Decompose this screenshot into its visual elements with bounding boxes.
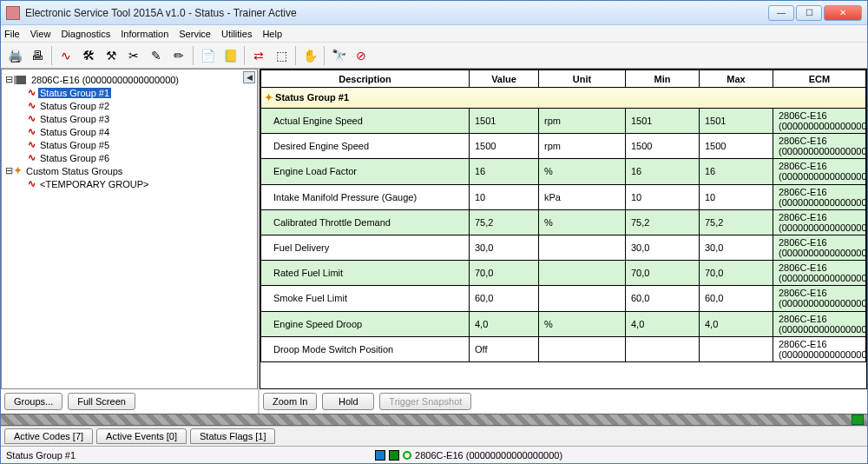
menu-help[interactable]: Help bbox=[262, 29, 282, 39]
zoomin-button[interactable]: Zoom In bbox=[263, 393, 317, 410]
titlebar: Electronic Service Tool 2015A v1.0 - Sta… bbox=[1, 1, 867, 25]
tree-temp[interactable]: ∿ <TEMPORARY GROUP> bbox=[3, 177, 255, 190]
table-row[interactable]: Fuel Delivery30,030,030,02806C-E16(00000… bbox=[261, 235, 866, 260]
tree-status-group[interactable]: ∿Status Group #1 bbox=[3, 86, 255, 99]
cell-value: 1501 bbox=[470, 109, 539, 134]
tree-item-label: Status Group #2 bbox=[38, 101, 111, 111]
table-row[interactable]: Intake Manifold Pressure (Gauge)10kPa101… bbox=[261, 184, 866, 209]
tree-item-label: Status Group #4 bbox=[38, 127, 111, 137]
fullscreen-button[interactable]: Full Screen bbox=[68, 393, 135, 410]
collapse-arrow-icon[interactable]: ◀ bbox=[243, 71, 255, 83]
wave-icon: ∿ bbox=[28, 139, 36, 150]
tree-status-group[interactable]: ∿Status Group #5 bbox=[3, 138, 255, 151]
separator bbox=[324, 46, 325, 65]
cell-value: 16 bbox=[470, 159, 539, 184]
binoculars-icon[interactable]: 🔭 bbox=[328, 45, 349, 66]
tree-custom[interactable]: ⊟✦ Custom Status Groups bbox=[3, 164, 255, 177]
hold-button[interactable]: Hold bbox=[322, 393, 374, 410]
cell-description: Calibrated Throttle Demand bbox=[261, 209, 470, 235]
tools2-icon[interactable]: ⚒ bbox=[101, 45, 122, 66]
cell-min: 1501 bbox=[626, 109, 700, 134]
cell-description: Desired Engine Speed bbox=[261, 134, 470, 159]
table-row[interactable]: Rated Fuel Limit70,070,070,02806C-E16(00… bbox=[261, 261, 866, 286]
col-ecm[interactable]: ECM bbox=[773, 70, 866, 88]
tree-item-label: Status Group #1 bbox=[38, 88, 111, 98]
cell-min: 60,0 bbox=[626, 286, 700, 311]
maximize-button[interactable]: ☐ bbox=[796, 5, 822, 21]
tab-active-events[interactable]: Active Events [0] bbox=[96, 428, 187, 444]
blue-square-icon bbox=[375, 450, 385, 461]
groups-button[interactable]: Groups... bbox=[4, 393, 62, 410]
tree-root[interactable]: ⊟ 2806C-E16 (00000000000000000) bbox=[3, 73, 255, 86]
cell-value: Off bbox=[470, 336, 539, 361]
app-icon bbox=[6, 6, 20, 20]
table-row[interactable]: Actual Engine Speed1501rpm150115012806C-… bbox=[261, 109, 866, 134]
menu-utilities[interactable]: Utilities bbox=[221, 29, 252, 39]
cell-max: 1501 bbox=[700, 109, 773, 134]
grid-panel: Description Value Unit Min Max ECM ✦ Sta… bbox=[260, 69, 867, 389]
menu-information[interactable]: Information bbox=[121, 29, 168, 39]
minimize-button[interactable]: — bbox=[768, 5, 794, 21]
cell-description: Smoke Fuel Limit bbox=[261, 286, 470, 311]
wave-icon[interactable]: ∿ bbox=[56, 45, 76, 66]
cell-min: 70,0 bbox=[626, 261, 700, 286]
tab-status-flags[interactable]: Status Flags [1] bbox=[190, 428, 275, 444]
col-unit[interactable]: Unit bbox=[539, 70, 626, 88]
cell-min: 10 bbox=[626, 184, 700, 209]
table-row[interactable]: Engine Load Factor16%16162806C-E16(00000… bbox=[261, 159, 866, 184]
tree-status-group[interactable]: ∿Status Group #3 bbox=[3, 112, 255, 125]
cell-ecm: 2806C-E16(00000000000000000) bbox=[773, 109, 866, 134]
cell-ecm: 2806C-E16(00000000000000000) bbox=[773, 159, 866, 184]
sidebar-buttons: Groups... Full Screen bbox=[1, 389, 258, 414]
tree-panel: ◀ ⊟ 2806C-E16 (00000000000000000) ∿Statu… bbox=[1, 69, 258, 389]
nosign-icon[interactable]: ⊘ bbox=[351, 45, 372, 66]
col-max[interactable]: Max bbox=[700, 70, 773, 88]
cell-ecm: 2806C-E16(00000000000000000) bbox=[773, 336, 866, 361]
table-row[interactable]: Desired Engine Speed1500rpm150015002806C… bbox=[261, 134, 866, 159]
status-grid: Description Value Unit Min Max ECM ✦ Sta… bbox=[260, 70, 866, 362]
cyl-icon[interactable]: ⬚ bbox=[271, 45, 292, 66]
cell-max: 4,0 bbox=[700, 311, 773, 336]
cell-unit: kPa bbox=[539, 184, 626, 209]
tree-item-label: Status Group #5 bbox=[38, 140, 111, 150]
menu-diagnostics[interactable]: Diagnostics bbox=[61, 29, 110, 39]
menu-file[interactable]: File bbox=[4, 29, 20, 39]
swap-icon[interactable]: ⇄ bbox=[248, 45, 269, 66]
menu-view[interactable]: View bbox=[30, 29, 51, 39]
tools3-icon[interactable]: ✂ bbox=[123, 45, 144, 66]
table-row[interactable]: Smoke Fuel Limit60,060,060,02806C-E16(00… bbox=[261, 286, 866, 311]
doc-icon[interactable]: 📄 bbox=[197, 45, 218, 66]
snapshot-button[interactable]: Trigger Snapshot bbox=[379, 393, 471, 410]
tools4-icon[interactable]: ✎ bbox=[146, 45, 167, 66]
sidebar: ◀ ⊟ 2806C-E16 (00000000000000000) ∿Statu… bbox=[1, 69, 260, 414]
col-description[interactable]: Description bbox=[261, 70, 470, 88]
col-value[interactable]: Value bbox=[470, 70, 539, 88]
tree: ⊟ 2806C-E16 (00000000000000000) ∿Status … bbox=[2, 70, 257, 194]
table-row[interactable]: Droop Mode Switch PositionOff2806C-E16(0… bbox=[261, 336, 866, 361]
tab-active-codes[interactable]: Active Codes [7] bbox=[4, 428, 93, 444]
tools1-icon[interactable]: 🛠 bbox=[78, 45, 99, 66]
print-icon[interactable]: 🖨️ bbox=[4, 45, 25, 66]
cell-max bbox=[700, 336, 773, 361]
separator bbox=[295, 46, 296, 65]
tree-status-group[interactable]: ∿Status Group #4 bbox=[3, 125, 255, 138]
print-black-icon[interactable]: 🖶 bbox=[27, 45, 48, 66]
col-min[interactable]: Min bbox=[626, 70, 700, 88]
brush-icon[interactable]: ✏ bbox=[168, 45, 189, 66]
table-row[interactable]: Engine Speed Droop4,0%4,04,02806C-E16(00… bbox=[261, 311, 866, 336]
separator bbox=[193, 46, 194, 65]
doc-yellow-icon[interactable]: 📒 bbox=[220, 45, 240, 66]
hand-icon[interactable]: ✋ bbox=[299, 45, 320, 66]
window-buttons: — ☐ ✕ bbox=[768, 5, 862, 21]
wave-icon: ∿ bbox=[28, 126, 36, 137]
green-indicator-icon bbox=[852, 414, 864, 425]
table-row[interactable]: Calibrated Throttle Demand75,2%75,275,22… bbox=[261, 209, 866, 235]
close-button[interactable]: ✕ bbox=[824, 5, 862, 21]
cell-max: 70,0 bbox=[700, 261, 773, 286]
tree-status-group[interactable]: ∿Status Group #2 bbox=[3, 99, 255, 112]
tree-status-group[interactable]: ∿Status Group #6 bbox=[3, 151, 255, 164]
ecm-icon bbox=[14, 76, 26, 84]
menu-service[interactable]: Service bbox=[179, 29, 211, 39]
grid-group-row[interactable]: ✦ Status Group #1 bbox=[261, 88, 866, 109]
cell-description: Fuel Delivery bbox=[261, 235, 470, 260]
